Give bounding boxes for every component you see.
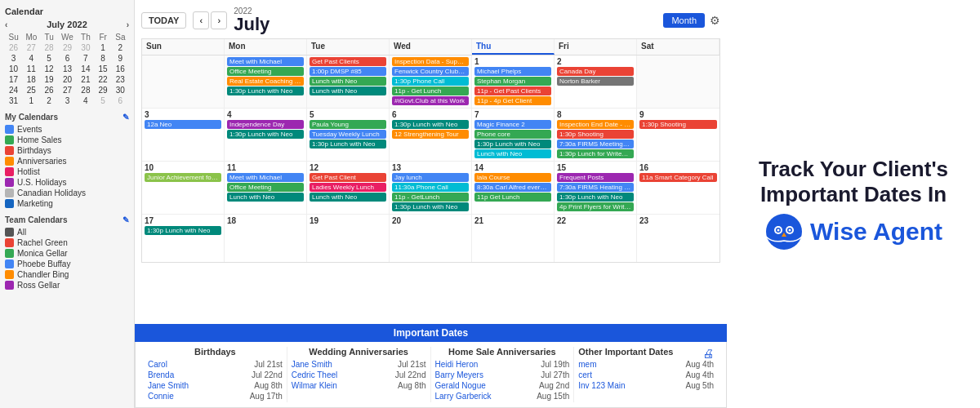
team-calendars-edit[interactable]: ✎ (122, 215, 129, 224)
mini-cal-day[interactable]: 6 (112, 95, 129, 106)
event-pill[interactable]: Lunch with Neo (310, 86, 386, 95)
event-pill[interactable]: Magic Finance 2 (474, 120, 551, 129)
event-pill[interactable]: 7:30a FIRMS Meeting & Tour (557, 140, 634, 149)
event-pill[interactable]: Independence Day (227, 120, 304, 129)
event-pill[interactable]: Norton Barker (557, 77, 634, 86)
event-pill[interactable]: Frequent Posts (557, 173, 634, 182)
mini-cal-day[interactable]: 5 (95, 95, 112, 106)
mini-cal-day[interactable]: 11 (22, 64, 40, 74)
cal-cell[interactable]: 1611a Smart Category Call (637, 162, 719, 214)
event-pill[interactable]: Michael Phelps (474, 67, 551, 76)
cal-cell[interactable]: 21 (472, 215, 555, 262)
date-name[interactable]: Jane Smith (148, 381, 189, 390)
my-calendar-item[interactable]: Birthdays (5, 145, 129, 156)
mini-cal-day[interactable]: 20 (58, 74, 78, 85)
cal-cell[interactable]: 8Inspection End Date - Seller1:30p Shoot… (555, 109, 637, 161)
event-pill[interactable]: 1:30p Lunch with Neo (557, 193, 634, 202)
my-calendar-item[interactable]: Anniversaries (5, 156, 129, 166)
date-name[interactable]: cert (578, 370, 592, 379)
print-icon[interactable]: 🖨 (702, 347, 714, 360)
event-pill[interactable]: Junior Achievement for Local High School (145, 173, 221, 182)
event-pill[interactable]: 1:30p Lunch for Writend Open House (557, 149, 634, 158)
my-calendars-edit[interactable]: ✎ (122, 113, 129, 122)
mini-cal-day[interactable]: 3 (58, 95, 78, 106)
event-pill[interactable]: 1:30p Lunch with Neo (227, 130, 304, 139)
cal-cell[interactable]: 23 (637, 215, 719, 262)
event-pill[interactable]: 1:30p Lunch with Neo (474, 140, 551, 149)
date-name[interactable]: Gerald Nogue (435, 381, 486, 390)
event-pill[interactable]: 7:30a FIRMS Heating & Tour (557, 183, 634, 192)
cal-cell[interactable] (142, 55, 225, 108)
my-calendar-item[interactable]: Canadian Holidays (5, 188, 129, 198)
cal-cell[interactable]: 91:30p Shooting (637, 109, 719, 161)
date-name[interactable]: mem (578, 360, 596, 369)
event-pill[interactable]: 1:30p Shooting (557, 130, 634, 139)
team-calendar-item[interactable]: Chandler Bing (5, 269, 129, 280)
mini-cal-day[interactable]: 26 (41, 85, 58, 95)
event-pill[interactable]: 8:30a Carl Alfred every month for (474, 183, 551, 192)
mini-cal-day[interactable]: 30 (77, 42, 94, 53)
event-pill[interactable]: 11a Smart Category Call (639, 173, 717, 182)
cal-cell[interactable]: 22 (555, 215, 637, 262)
mini-cal-day[interactable]: 21 (77, 74, 94, 85)
mini-cal-day[interactable]: 31 (5, 95, 22, 106)
team-calendar-item[interactable]: Ross Gellar (5, 280, 129, 290)
event-pill[interactable]: 12 Strengthening Tour (392, 130, 469, 139)
date-name[interactable]: Connie (148, 392, 174, 401)
event-pill[interactable]: 11p - Get Past Clients (474, 86, 551, 95)
event-pill[interactable]: Paula Young (310, 120, 386, 129)
event-pill[interactable]: 1:30p Lunch with Neo (310, 140, 386, 149)
prev-month-button[interactable]: ‹ (193, 11, 209, 29)
mini-cal-day[interactable]: 19 (41, 74, 58, 85)
mini-cal-day[interactable]: 1 (95, 42, 112, 53)
cal-cell[interactable]: Inspection Data - Super DemoFenwick Coun… (390, 55, 472, 108)
cal-cell[interactable]: 18 (225, 215, 307, 262)
event-pill[interactable]: 11p - 4p Get Client (474, 96, 551, 105)
cal-cell[interactable] (637, 55, 719, 108)
event-pill[interactable]: Lunch with Neo (227, 193, 304, 202)
event-pill[interactable]: Lunch with Neo (310, 77, 386, 86)
date-name[interactable]: Brenda (148, 370, 174, 379)
cal-cell[interactable]: 4Independence Day1:30p Lunch with Neo (225, 109, 307, 161)
cal-cell[interactable]: 15Frequent Posts7:30a FIRMS Heating & To… (555, 162, 637, 214)
cal-cell[interactable]: 11Meet with MichaelOffice MeetingLunch w… (225, 162, 307, 214)
event-pill[interactable]: 11p Get Lunch (474, 193, 551, 202)
cal-cell[interactable]: 312a Neo (142, 109, 225, 161)
cal-cell[interactable]: Meet with MichaelOffice MeetingReal Esta… (225, 55, 307, 108)
event-pill[interactable]: Stephan Morgan (474, 77, 551, 86)
mini-cal-next[interactable]: › (127, 20, 129, 29)
cal-cell[interactable]: 12Get Past ClientLadies Weekly LunchLunc… (307, 162, 390, 214)
mini-cal-day[interactable]: 1 (22, 95, 40, 106)
date-name[interactable]: Inv 123 Main (578, 381, 625, 390)
mini-cal-day[interactable]: 10 (5, 64, 22, 74)
event-pill[interactable]: 1:30p Shooting (639, 120, 717, 129)
event-pill[interactable]: Inspection Data - Super Demo (392, 57, 469, 66)
event-pill[interactable]: 1:30p Lunch with Neo (227, 86, 304, 95)
cal-cell[interactable]: Get Past Clients1:00p DMSP #85Lunch with… (307, 55, 390, 108)
event-pill[interactable]: Canada Day (557, 67, 634, 76)
date-name[interactable]: Barry Meyers (435, 370, 483, 379)
mini-cal-day[interactable]: 5 (41, 53, 58, 64)
mini-cal-day[interactable]: 22 (95, 74, 112, 85)
event-pill[interactable]: 1:30p Phone Call (392, 77, 469, 86)
mini-cal-day[interactable]: 12 (41, 64, 58, 74)
mini-cal-day[interactable]: 16 (112, 64, 129, 74)
mini-cal-day[interactable]: 15 (95, 64, 112, 74)
date-name[interactable]: Wilmar Klein (292, 381, 337, 390)
event-pill[interactable]: Inspection End Date - Seller (557, 120, 634, 129)
mini-cal-day[interactable]: 27 (58, 85, 78, 95)
mini-cal-day[interactable]: 2 (41, 95, 58, 106)
mini-cal-day[interactable]: 28 (77, 85, 94, 95)
today-button[interactable]: TODAY (141, 12, 186, 29)
event-pill[interactable]: Lunch with Neo (474, 149, 551, 158)
cal-cell[interactable]: 5Paula YoungTuesday Weekly Lunch1:30p Lu… (307, 109, 390, 161)
mini-cal-day[interactable]: 9 (112, 53, 129, 64)
event-pill[interactable]: 11p - Get Lunch (392, 86, 469, 95)
cal-cell[interactable]: 7Magic Finance 2Phone core1:30p Lunch wi… (472, 109, 555, 161)
event-pill[interactable]: Phone core (474, 130, 551, 139)
mini-cal-day[interactable]: 18 (22, 74, 40, 85)
event-pill[interactable]: Real Estate Coaching Class (227, 77, 304, 86)
cal-cell[interactable]: 2Canada DayNorton Barker (555, 55, 637, 108)
cal-cell[interactable]: 13Jay lunch11:30a Phone Call11p - GetLun… (390, 162, 472, 214)
event-pill[interactable]: 12a Neo (145, 120, 221, 129)
